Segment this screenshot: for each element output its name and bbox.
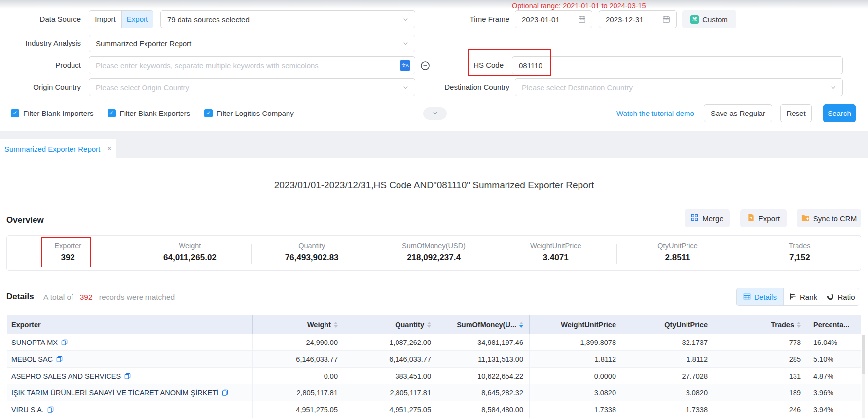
sort-icon [334,322,338,328]
chevron-down-icon [432,109,438,118]
stat-value: 3.4071 [495,253,616,263]
checkbox-label: Filter Logitics Company [217,109,294,117]
scrollbar-thumb[interactable] [862,335,865,374]
column-header-weight[interactable]: Weight [253,315,344,334]
exporter-link[interactable]: MEBOL SAC [11,355,53,363]
stat-label: QtyUnitPrice [616,242,738,250]
percentage-cell: 3.94% [807,401,861,418]
qty-unit-price-cell: 27.7028 [622,368,714,384]
custom-range-button[interactable]: ⌘ Custom [682,10,736,28]
tab-bar [0,131,868,158]
stat-label: Weight [129,242,251,250]
hs-code-input[interactable] [512,57,842,74]
quantity-cell: 4,951,275.05 [344,401,437,418]
column-header-weight-unit-price: WeightUnitPrice [530,315,622,334]
destination-country-label: Destination Country [429,78,509,96]
hs-code-label: HS Code [439,56,504,74]
calendar-icon[interactable] [662,15,670,23]
tutorial-demo-link[interactable]: Watch the tutorial demo [616,109,694,117]
custom-icon: ⌘ [690,15,699,24]
search-button[interactable]: Search [823,104,856,122]
optional-range-note: Optional range: 2021-01-01 to 2024-03-15 [512,2,646,10]
end-date-value[interactable] [599,11,662,28]
chevron-down-icon [830,84,836,91]
data-sources-select[interactable]: 79 data sources selected [160,10,415,28]
weight-unit-price-cell: 0.0000 [530,368,622,384]
column-header-sum-of-money[interactable]: SumOfMoney(U... [437,315,530,334]
import-toggle-button[interactable]: Import [89,11,121,28]
merge-label: Merge [702,214,723,223]
copy-icon[interactable] [222,389,228,396]
checkbox-filter-blank-importers[interactable]: ✓ Filter Blank Importers [11,109,94,117]
table-row: SUNOPTA MX 24,990.00 1,087,262.00 34,981… [7,334,861,351]
close-icon[interactable]: × [107,145,111,152]
checkbox-filter-blank-exporters[interactable]: ✓ Filter Blank Exporters [108,109,190,117]
weight-cell: 24,990.00 [253,334,344,350]
view-details-label: Details [754,293,777,301]
data-source-toggle: Import Export [89,10,153,28]
sum-cell: 8,584,480.00 [437,401,530,418]
details-heading: Details [6,292,34,302]
column-header-trades[interactable]: Trades [714,315,807,334]
view-ratio-button[interactable]: Ratio [823,288,859,305]
stat-value: 64,011,265.02 [129,253,251,263]
start-date-value[interactable] [515,11,578,28]
table-row: MEBOL SAC 6,146,033.77 6,146,033.77 11,1… [7,351,861,368]
copy-icon[interactable] [56,356,63,362]
save-as-regular-button[interactable]: Save as Regular [704,104,772,122]
copy-icon[interactable] [61,339,68,345]
copy-icon[interactable] [47,406,54,413]
donut-chart-icon [827,293,834,302]
circle-minus-icon[interactable] [420,61,430,73]
exporter-link[interactable]: ASEPRO SALES AND SERVICES [11,372,121,380]
checkbox-filter-logitics-company[interactable]: ✓ Filter Logitics Company [204,109,294,117]
origin-country-select[interactable]: Please select Origin Country [89,78,415,96]
export-toggle-button[interactable]: Export [121,11,153,28]
overview-heading: Overview [6,215,44,225]
translate-icon[interactable]: 文A [400,60,410,71]
end-date-input[interactable] [599,10,677,28]
export-label: Export [759,214,780,223]
quantity-cell: 2,805,117.81 [344,384,437,401]
exporter-link[interactable]: VIRU S.A. [11,406,44,414]
industry-analysis-select[interactable]: Summarized Exporter Report [89,35,415,52]
destination-country-select[interactable]: Please select Destination Country [515,78,843,96]
reset-button[interactable]: Reset [780,104,812,122]
qty-unit-price-cell: 1.7338 [622,401,714,418]
table-scrollbar[interactable] [862,335,865,418]
product-label: Product [10,56,81,74]
view-details-button[interactable]: Details [737,288,783,305]
qty-unit-price-cell: 3.0820 [622,384,714,401]
stat-weight-unit-price: WeightUnitPrice 3.4071 [495,236,616,270]
export-button[interactable]: Export [740,209,787,227]
stat-exporter: Exporter 392 [7,236,129,270]
chevron-down-icon [402,40,409,47]
sort-desc-active-icon [519,322,523,328]
tab-summarized-exporter-report[interactable]: Summarized Exporter Report × [0,139,116,158]
view-ratio-label: Ratio [837,293,855,301]
column-label: Trades [771,321,794,329]
sum-cell: 10,622,654.22 [437,368,530,384]
copy-icon[interactable] [124,373,131,379]
window-top-gradient [0,0,868,9]
stat-label: Trades [739,242,861,250]
exporter-link[interactable]: SUNOPTA MX [11,339,58,346]
collapse-filters-button[interactable] [423,107,447,120]
merge-button[interactable]: Merge [685,209,730,227]
calendar-icon[interactable] [578,15,586,23]
total-suffix: records were matched [99,293,175,301]
view-rank-button[interactable]: Rank [783,288,823,305]
weight-unit-price-cell: 3.0820 [530,384,622,401]
product-keywords-input[interactable] [89,57,415,74]
column-header-quantity[interactable]: Quantity [344,315,437,334]
column-header-percentage: Percenta... [807,315,861,334]
stat-weight: Weight 64,011,265.02 [129,236,251,270]
exporter-link[interactable]: IŞIK TARIM ÜRÜNLERİ SANAYİ VE TİCARET AN… [11,389,218,397]
weight-unit-price-cell: 1.7338 [530,401,622,418]
trades-cell: 189 [714,384,807,401]
percentage-cell: 16.04% [807,334,861,350]
exporter-table: Exporter Weight Quantity SumOfMoney(U...… [7,315,861,418]
start-date-input[interactable] [515,10,592,28]
stat-value: 2.8511 [616,253,738,263]
sync-to-crm-button[interactable]: Sync to CRM [797,209,861,227]
